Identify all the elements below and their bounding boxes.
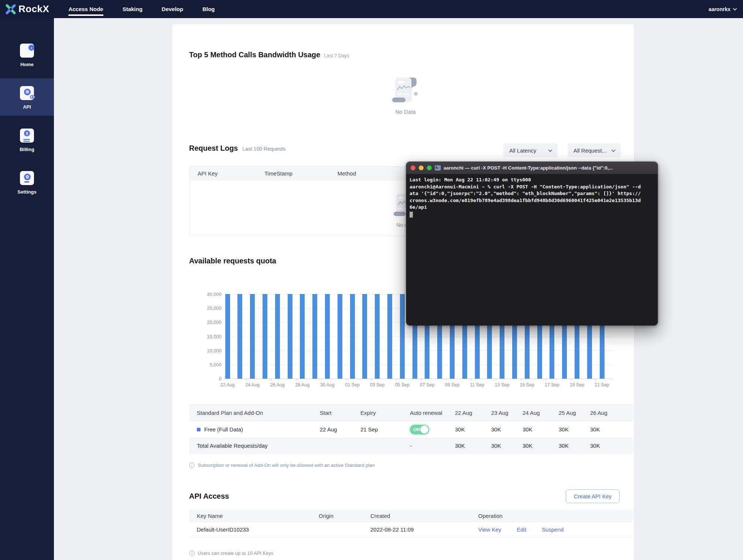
edit-link[interactable]: Edit [517,526,526,533]
quota-bar-03-sep [375,294,380,379]
column-header-expiry: Expiry [360,410,410,416]
sidebar-item-home[interactable]: ●Home [0,36,54,73]
terminal-line: cronos.w3node.com/e819efb789e4ad398dea1f… [410,197,654,204]
bandwidth-empty-state: No Data [391,76,420,115]
plan-name: Free (Full Data) [204,426,243,433]
nav-item-label: Staking [123,6,143,12]
column-header-24-aug: 24 Aug [523,410,559,416]
request-filter-dropdown[interactable]: All Request... [568,143,621,157]
gridline [225,351,613,351]
nav-item-blog[interactable]: Blog [202,0,215,18]
nav-item-label: Blog [202,6,215,12]
daily-quota-value: 30K [523,426,559,433]
terminal-body[interactable]: Last login: Mon Aug 22 11:02:49 on ttys0… [406,174,658,326]
column-header-start: Start [320,410,360,416]
user-menu[interactable]: aaronrkx [709,0,736,18]
latency-filter-label: All Latency [509,147,536,154]
info-icon: i [189,462,195,468]
column-header-26-aug: 26 Aug [590,410,633,416]
toggle-on-label: ON [413,427,420,432]
daily-quota-value: 30K [523,443,559,449]
chevron-down-icon [611,148,615,152]
x-axis-tick [271,379,271,380]
nav-item-staking[interactable]: Staking [123,0,143,18]
minimize-window-icon[interactable] [419,165,424,170]
sidebar-item-label: Home [20,62,34,67]
plan-table: Standard Plan and Add-OnStartExpiryAuto … [189,404,633,453]
nav-item-access-node[interactable]: Access Node [68,0,103,18]
info-icon: i [189,550,195,556]
suspend-link[interactable]: Suspend [542,526,564,533]
bandwidth-title-text: Top 5 Method Calls Bandwidth Usage [189,51,320,59]
terminal-title: aaronchi — curl -X POST -H Content-Type:… [444,165,613,171]
nav-item-develop[interactable]: Develop [162,0,183,18]
gridline [225,365,613,365]
create-api-key-button[interactable]: Create API Key [566,489,620,503]
column-header-23-aug: 23 Aug [491,410,523,416]
nav-item-label: Access Node [68,6,103,12]
x-axis-tick [346,379,346,380]
quota-bar-30-aug [325,294,330,379]
x-axis-tick-label: 24 Aug [245,382,260,387]
column-header-origin: Origin [319,513,370,519]
y-axis-tick-label: 5,000 [189,362,222,367]
x-axis-tick [321,379,322,380]
x-axis-tick [421,379,421,380]
view-key-link[interactable]: View Key [478,526,501,533]
bandwidth-subtitle: Last 7 Days [324,53,349,58]
api-key-row: Default-UserID102332022-08-22 11:09View … [189,522,633,537]
brand-logo[interactable]: RockX [5,3,49,15]
column-header-auto-renewal: Auto renewal [410,410,455,416]
gridline [225,337,613,337]
quota-bar-25-aug [263,294,267,379]
api-keys-note-text: Users can create up to 10 API Keys [198,550,273,556]
x-axis-tick [396,379,396,380]
api-keys-table: Key NameOriginCreatedOperationDefault-Us… [189,510,633,537]
x-axis-tick-label: 30 Aug [320,382,335,387]
plan-table-row: Free (Full Data)22 Aug21 SepON30K30K30K3… [189,421,633,438]
x-axis-tick [371,379,372,380]
column-header-operation: Operation [478,513,633,519]
x-axis-tick-label: 21 Sep [595,382,609,387]
daily-quota-value: 30K [590,443,633,449]
settings-icon: ⚙ [19,170,35,186]
quota-bar-26-aug [275,294,280,379]
quota-bar-04-sep [387,294,392,379]
y-axis-tick-label: 25,000 [189,305,222,311]
column-header-created: Created [370,513,478,519]
page: RockX Access NodeStakingDevelopBlog aaro… [0,0,743,560]
terminal-window[interactable]: aaronchi — curl -X POST -H Content-Type:… [406,161,658,326]
sidebar-item-settings[interactable]: ⚙Settings [0,163,54,201]
quota-bar-24-aug [250,294,255,379]
x-axis-tick [296,379,297,380]
zoom-window-icon[interactable] [427,165,432,170]
brand-name: RockX [18,3,49,15]
daily-quota-value: 30K [455,443,491,449]
sidebar-item-api[interactable]: ⚙API [0,78,54,116]
rockx-logo-icon [5,4,16,15]
quota-bar-02-sep [362,294,367,379]
billing-icon: $ [19,127,35,144]
y-axis-tick-label: 20,000 [189,320,222,325]
daily-quota-value: 30K [559,426,590,433]
api-table-header-row: Key NameOriginCreatedOperation [189,510,633,522]
auto-renewal-toggle[interactable]: ON [410,425,429,434]
quota-section-title: Available requests quota [189,257,276,265]
plan-note: i Subscription or renewal of Add-On will… [189,462,375,468]
y-axis-tick-label: 15,000 [189,334,222,339]
sidebar: ●Home⚙API$Billing⚙Settings [0,18,54,560]
api-keys-note: i Users can create up to 10 API Keys [189,550,273,556]
latency-filter-dropdown[interactable]: All Latency [503,143,558,157]
x-axis-tick-label: 28 Aug [295,382,309,387]
x-axis-tick [446,379,446,380]
quota-bar-22-aug [225,294,230,379]
sidebar-item-billing[interactable]: $Billing [0,121,54,158]
y-axis-tick-label: 0 [189,376,222,382]
daily-quota-value: 30K [491,426,523,433]
x-axis-tick-label: 26 Aug [270,382,285,387]
x-axis-tick-label: 13 Sep [495,382,510,387]
terminal-title-bar[interactable]: aaronchi — curl -X POST -H Content-Type:… [406,162,658,174]
x-axis-tick [471,379,471,380]
close-window-icon[interactable] [411,165,415,170]
sidebar-item-label: Billing [20,147,34,152]
